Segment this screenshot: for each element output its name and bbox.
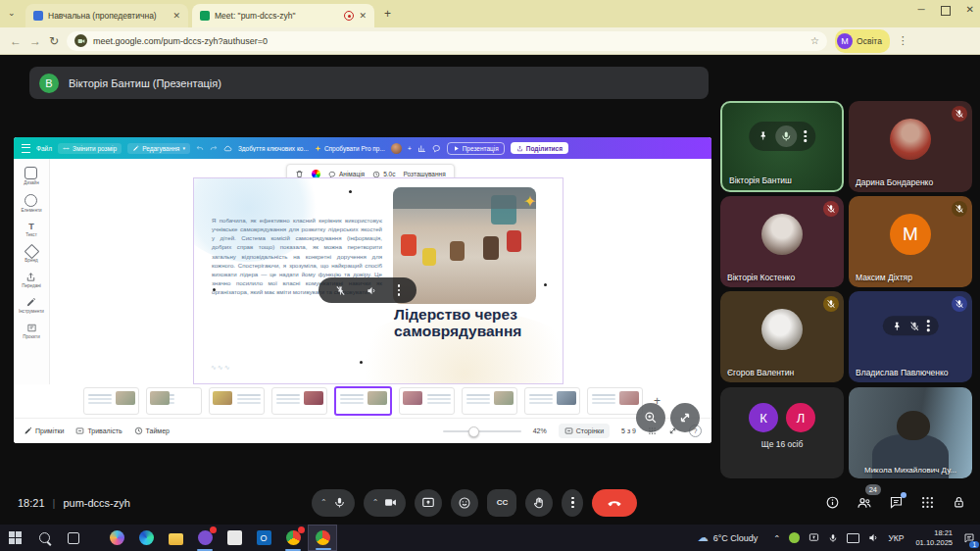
comment-icon[interactable] <box>432 144 441 153</box>
muted-mic-icon[interactable] <box>909 321 920 331</box>
selection-handle[interactable] <box>213 288 216 291</box>
sidebar-item-tools[interactable]: Інструменти <box>19 297 44 314</box>
notification-center-button[interactable]: 1 <box>958 525 980 551</box>
slide-thumbnail-1[interactable] <box>83 387 139 415</box>
window-close-button[interactable]: ✕ <box>966 4 974 16</box>
camera-options-icon[interactable]: ⌃ <box>372 498 379 507</box>
unpin-icon[interactable] <box>335 285 346 296</box>
chat-button[interactable] <box>889 495 904 510</box>
forward-button[interactable]: → <box>29 34 41 48</box>
duration-button[interactable]: Тривалість <box>75 426 122 435</box>
timer-button[interactable]: Таймер <box>134 426 170 435</box>
file-explorer-icon[interactable] <box>161 525 190 551</box>
mic-active-icon[interactable] <box>775 125 797 147</box>
camera-button[interactable]: ⌃ <box>364 489 407 517</box>
display-tray-icon[interactable] <box>808 532 819 543</box>
pin-icon[interactable] <box>758 130 768 141</box>
new-tab-button[interactable]: + <box>384 7 391 21</box>
sidebar-item-uploads[interactable]: Передані <box>22 272 41 288</box>
expand-presentation-button[interactable] <box>670 403 700 432</box>
insights-icon[interactable] <box>417 144 426 153</box>
more-options-icon[interactable] <box>398 284 401 296</box>
language-indicator[interactable]: УКР <box>888 533 904 543</box>
slide-thumbnail-8[interactable] <box>524 387 580 415</box>
invite-plus-icon[interactable]: + <box>408 145 412 152</box>
tray-expand-icon[interactable]: ⌃ <box>773 533 780 543</box>
tab-meet[interactable]: Meet: "pum-dccs-zyh" ✕ <box>192 4 374 27</box>
file-menu[interactable]: Файл <box>36 145 52 152</box>
slide-thumbnail-6[interactable] <box>399 387 455 415</box>
volume-icon[interactable] <box>367 285 377 296</box>
microsoft-store-icon[interactable] <box>220 525 249 551</box>
notes-button[interactable]: Примітки <box>24 426 64 435</box>
participant-tile-viktoriia-bantysh[interactable]: Вікторія Бантиш <box>720 101 844 192</box>
start-button[interactable] <box>0 525 29 551</box>
more-options-icon[interactable] <box>804 130 807 142</box>
pages-button[interactable]: Сторінки <box>559 424 610 438</box>
selection-handle[interactable] <box>360 361 363 364</box>
pin-icon[interactable] <box>892 321 903 331</box>
canva-user-avatar[interactable] <box>391 143 402 154</box>
participant-tile-yehorov-valentyn[interactable]: Єгоров Валентин <box>720 291 844 382</box>
bookmark-star-icon[interactable]: ☆ <box>810 35 819 46</box>
zoom-slider[interactable] <box>443 430 521 432</box>
try-pro-button[interactable]: Спробувати Pro пр... <box>315 145 385 152</box>
position-button[interactable]: Розташування <box>403 171 445 177</box>
chrome-active-icon[interactable] <box>308 525 337 551</box>
sidebar-item-text[interactable]: TТекст <box>25 222 37 237</box>
mic-button[interactable]: ⌃ <box>312 489 355 517</box>
activities-button[interactable] <box>920 495 935 510</box>
more-options-button[interactable] <box>562 489 583 517</box>
zoom-slider-knob[interactable] <box>468 426 479 437</box>
window-minimize-button[interactable]: ─ <box>918 4 925 16</box>
present-button[interactable]: Презентація <box>447 142 505 155</box>
sidebar-item-design[interactable]: Дизайн <box>24 167 38 185</box>
slide-title[interactable]: Лідерство через самоврядування <box>394 306 557 340</box>
sidebar-item-elements[interactable]: Елементи <box>21 194 41 213</box>
network-tray-icon[interactable] <box>847 533 859 543</box>
tab-search-icon[interactable]: ⌄ <box>8 8 16 18</box>
zoom-presentation-button[interactable] <box>636 403 665 432</box>
taskbar-search-button[interactable] <box>29 525 59 551</box>
editing-mode-button[interactable]: Редагування ▾ <box>127 143 190 154</box>
end-call-button[interactable] <box>592 489 637 517</box>
participant-tile-viktoriia-kostenko[interactable]: Вікторія Костенко <box>720 196 844 287</box>
browser-menu-icon[interactable]: ⋮ <box>898 34 908 47</box>
undo-icon[interactable] <box>196 144 204 152</box>
taskbar-clock[interactable]: 18:21 01.10.2025 <box>909 528 958 547</box>
slide-thumbnail-2[interactable] <box>146 387 202 415</box>
window-maximize-button[interactable] <box>941 6 951 16</box>
slide-thumbnail-7[interactable] <box>462 387 517 415</box>
sidebar-item-brand[interactable]: Бренд <box>24 246 37 263</box>
slide-thumbnail-4[interactable] <box>271 387 327 415</box>
mic-options-icon[interactable]: ⌃ <box>320 498 327 507</box>
back-button[interactable]: ← <box>10 34 22 48</box>
sidebar-item-projects[interactable]: Проєкти <box>23 323 40 339</box>
people-button[interactable]: 24 <box>857 495 872 511</box>
raise-hand-button[interactable] <box>525 489 553 517</box>
menu-icon[interactable] <box>22 144 30 153</box>
url-bar[interactable]: meet.google.com/pum-dccs-zyh?authuser=0 … <box>67 31 827 51</box>
selection-handle[interactable] <box>544 283 547 286</box>
antivirus-tray-icon[interactable] <box>789 532 800 543</box>
reactions-button[interactable] <box>451 489 478 517</box>
weather-widget[interactable]: ☁ 6°C Cloudy <box>688 531 768 544</box>
tab-classroom[interactable]: Навчальна (пропедевтична) ✕ <box>25 4 188 27</box>
reload-button[interactable]: ↻ <box>49 34 59 48</box>
participant-tile-maksym-dikhtiar[interactable]: M Максим Діхтяр <box>849 196 972 287</box>
slide-thumbnail-3[interactable] <box>209 387 265 415</box>
participant-tile-mykola-mykhailovych[interactable]: Микола Михайлович Ду... <box>849 387 972 478</box>
volume-tray-icon[interactable] <box>868 532 879 543</box>
selection-handle[interactable] <box>349 190 352 193</box>
chrome-icon[interactable] <box>278 525 308 551</box>
captions-button[interactable]: CC <box>487 489 516 517</box>
participant-tile-vladyslav-pavliuchenko[interactable]: Владислав Павлюченко <box>849 291 972 382</box>
profile-button[interactable]: M Освіта <box>835 29 890 53</box>
more-people-tile[interactable]: К Л Ще 16 осіб <box>720 387 844 478</box>
meeting-details-button[interactable] <box>825 495 840 510</box>
mic-tray-icon[interactable] <box>828 533 838 543</box>
copilot-icon[interactable] <box>102 525 131 551</box>
redo-icon[interactable] <box>210 144 218 152</box>
more-options-icon[interactable] <box>927 321 930 332</box>
viber-icon[interactable] <box>190 525 220 551</box>
